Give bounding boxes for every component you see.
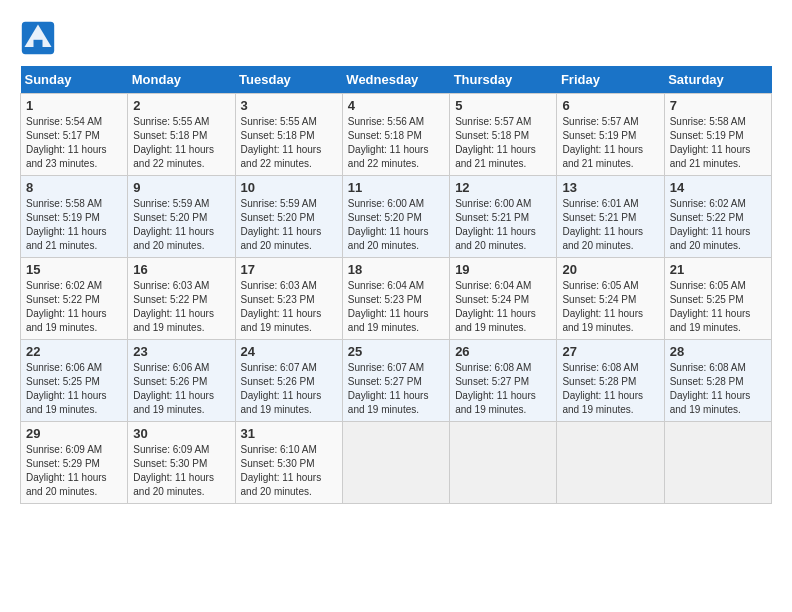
calendar-cell	[557, 422, 664, 504]
day-info: Sunrise: 6:01 AM Sunset: 5:21 PM Dayligh…	[562, 197, 658, 253]
day-number: 31	[241, 426, 337, 441]
day-info: Sunrise: 5:59 AM Sunset: 5:20 PM Dayligh…	[133, 197, 229, 253]
day-info: Sunrise: 6:03 AM Sunset: 5:22 PM Dayligh…	[133, 279, 229, 335]
day-number: 29	[26, 426, 122, 441]
calendar-week-5: 29Sunrise: 6:09 AM Sunset: 5:29 PM Dayli…	[21, 422, 772, 504]
calendar-cell: 5Sunrise: 5:57 AM Sunset: 5:18 PM Daylig…	[450, 94, 557, 176]
header-row: SundayMondayTuesdayWednesdayThursdayFrid…	[21, 66, 772, 94]
day-info: Sunrise: 6:02 AM Sunset: 5:22 PM Dayligh…	[26, 279, 122, 335]
calendar-cell	[664, 422, 771, 504]
calendar-week-3: 15Sunrise: 6:02 AM Sunset: 5:22 PM Dayli…	[21, 258, 772, 340]
col-header-saturday: Saturday	[664, 66, 771, 94]
page-header	[20, 20, 772, 56]
day-info: Sunrise: 5:57 AM Sunset: 5:18 PM Dayligh…	[455, 115, 551, 171]
day-info: Sunrise: 6:03 AM Sunset: 5:23 PM Dayligh…	[241, 279, 337, 335]
calendar-cell: 31Sunrise: 6:10 AM Sunset: 5:30 PM Dayli…	[235, 422, 342, 504]
calendar-cell: 26Sunrise: 6:08 AM Sunset: 5:27 PM Dayli…	[450, 340, 557, 422]
day-info: Sunrise: 6:08 AM Sunset: 5:28 PM Dayligh…	[670, 361, 766, 417]
calendar-table: SundayMondayTuesdayWednesdayThursdayFrid…	[20, 66, 772, 504]
day-info: Sunrise: 6:05 AM Sunset: 5:25 PM Dayligh…	[670, 279, 766, 335]
calendar-cell	[450, 422, 557, 504]
day-info: Sunrise: 6:08 AM Sunset: 5:27 PM Dayligh…	[455, 361, 551, 417]
calendar-week-4: 22Sunrise: 6:06 AM Sunset: 5:25 PM Dayli…	[21, 340, 772, 422]
day-number: 7	[670, 98, 766, 113]
day-info: Sunrise: 5:55 AM Sunset: 5:18 PM Dayligh…	[241, 115, 337, 171]
day-info: Sunrise: 6:06 AM Sunset: 5:25 PM Dayligh…	[26, 361, 122, 417]
calendar-cell: 21Sunrise: 6:05 AM Sunset: 5:25 PM Dayli…	[664, 258, 771, 340]
logo-icon	[20, 20, 56, 56]
calendar-cell: 16Sunrise: 6:03 AM Sunset: 5:22 PM Dayli…	[128, 258, 235, 340]
day-number: 10	[241, 180, 337, 195]
day-number: 27	[562, 344, 658, 359]
calendar-cell: 7Sunrise: 5:58 AM Sunset: 5:19 PM Daylig…	[664, 94, 771, 176]
svg-rect-2	[34, 40, 43, 49]
calendar-cell: 28Sunrise: 6:08 AM Sunset: 5:28 PM Dayli…	[664, 340, 771, 422]
day-number: 1	[26, 98, 122, 113]
day-info: Sunrise: 6:07 AM Sunset: 5:26 PM Dayligh…	[241, 361, 337, 417]
day-number: 3	[241, 98, 337, 113]
day-info: Sunrise: 6:04 AM Sunset: 5:24 PM Dayligh…	[455, 279, 551, 335]
day-number: 20	[562, 262, 658, 277]
calendar-cell: 23Sunrise: 6:06 AM Sunset: 5:26 PM Dayli…	[128, 340, 235, 422]
calendar-cell: 27Sunrise: 6:08 AM Sunset: 5:28 PM Dayli…	[557, 340, 664, 422]
day-info: Sunrise: 6:10 AM Sunset: 5:30 PM Dayligh…	[241, 443, 337, 499]
calendar-cell: 9Sunrise: 5:59 AM Sunset: 5:20 PM Daylig…	[128, 176, 235, 258]
day-number: 24	[241, 344, 337, 359]
calendar-cell: 30Sunrise: 6:09 AM Sunset: 5:30 PM Dayli…	[128, 422, 235, 504]
day-info: Sunrise: 6:00 AM Sunset: 5:21 PM Dayligh…	[455, 197, 551, 253]
calendar-week-1: 1Sunrise: 5:54 AM Sunset: 5:17 PM Daylig…	[21, 94, 772, 176]
day-number: 12	[455, 180, 551, 195]
day-info: Sunrise: 5:58 AM Sunset: 5:19 PM Dayligh…	[26, 197, 122, 253]
calendar-cell: 4Sunrise: 5:56 AM Sunset: 5:18 PM Daylig…	[342, 94, 449, 176]
calendar-cell: 15Sunrise: 6:02 AM Sunset: 5:22 PM Dayli…	[21, 258, 128, 340]
day-info: Sunrise: 6:09 AM Sunset: 5:30 PM Dayligh…	[133, 443, 229, 499]
day-info: Sunrise: 6:07 AM Sunset: 5:27 PM Dayligh…	[348, 361, 444, 417]
day-number: 17	[241, 262, 337, 277]
day-number: 28	[670, 344, 766, 359]
day-number: 19	[455, 262, 551, 277]
day-info: Sunrise: 6:09 AM Sunset: 5:29 PM Dayligh…	[26, 443, 122, 499]
calendar-cell: 17Sunrise: 6:03 AM Sunset: 5:23 PM Dayli…	[235, 258, 342, 340]
col-header-thursday: Thursday	[450, 66, 557, 94]
day-info: Sunrise: 5:55 AM Sunset: 5:18 PM Dayligh…	[133, 115, 229, 171]
col-header-monday: Monday	[128, 66, 235, 94]
calendar-cell: 6Sunrise: 5:57 AM Sunset: 5:19 PM Daylig…	[557, 94, 664, 176]
day-number: 16	[133, 262, 229, 277]
day-info: Sunrise: 6:06 AM Sunset: 5:26 PM Dayligh…	[133, 361, 229, 417]
calendar-cell: 11Sunrise: 6:00 AM Sunset: 5:20 PM Dayli…	[342, 176, 449, 258]
day-number: 15	[26, 262, 122, 277]
day-number: 25	[348, 344, 444, 359]
calendar-cell: 22Sunrise: 6:06 AM Sunset: 5:25 PM Dayli…	[21, 340, 128, 422]
calendar-cell: 2Sunrise: 5:55 AM Sunset: 5:18 PM Daylig…	[128, 94, 235, 176]
calendar-cell: 14Sunrise: 6:02 AM Sunset: 5:22 PM Dayli…	[664, 176, 771, 258]
day-number: 11	[348, 180, 444, 195]
calendar-cell: 3Sunrise: 5:55 AM Sunset: 5:18 PM Daylig…	[235, 94, 342, 176]
day-info: Sunrise: 6:08 AM Sunset: 5:28 PM Dayligh…	[562, 361, 658, 417]
calendar-cell: 8Sunrise: 5:58 AM Sunset: 5:19 PM Daylig…	[21, 176, 128, 258]
calendar-cell: 10Sunrise: 5:59 AM Sunset: 5:20 PM Dayli…	[235, 176, 342, 258]
day-info: Sunrise: 6:05 AM Sunset: 5:24 PM Dayligh…	[562, 279, 658, 335]
calendar-cell: 18Sunrise: 6:04 AM Sunset: 5:23 PM Dayli…	[342, 258, 449, 340]
day-info: Sunrise: 5:54 AM Sunset: 5:17 PM Dayligh…	[26, 115, 122, 171]
col-header-friday: Friday	[557, 66, 664, 94]
day-number: 5	[455, 98, 551, 113]
day-number: 18	[348, 262, 444, 277]
day-number: 23	[133, 344, 229, 359]
day-number: 26	[455, 344, 551, 359]
day-info: Sunrise: 5:57 AM Sunset: 5:19 PM Dayligh…	[562, 115, 658, 171]
day-number: 30	[133, 426, 229, 441]
day-info: Sunrise: 5:58 AM Sunset: 5:19 PM Dayligh…	[670, 115, 766, 171]
day-number: 22	[26, 344, 122, 359]
calendar-cell: 19Sunrise: 6:04 AM Sunset: 5:24 PM Dayli…	[450, 258, 557, 340]
col-header-sunday: Sunday	[21, 66, 128, 94]
day-number: 2	[133, 98, 229, 113]
day-info: Sunrise: 6:04 AM Sunset: 5:23 PM Dayligh…	[348, 279, 444, 335]
day-number: 4	[348, 98, 444, 113]
day-number: 14	[670, 180, 766, 195]
logo	[20, 20, 62, 56]
col-header-tuesday: Tuesday	[235, 66, 342, 94]
calendar-cell	[342, 422, 449, 504]
day-number: 13	[562, 180, 658, 195]
calendar-cell: 20Sunrise: 6:05 AM Sunset: 5:24 PM Dayli…	[557, 258, 664, 340]
day-number: 8	[26, 180, 122, 195]
